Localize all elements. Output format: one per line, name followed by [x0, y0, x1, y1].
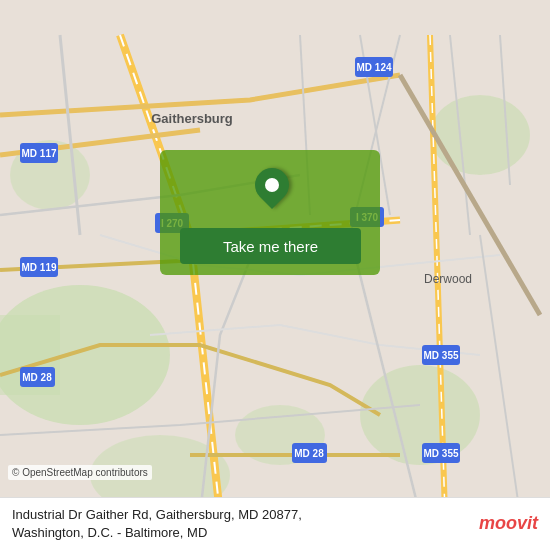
svg-text:MD 117: MD 117: [21, 148, 56, 159]
info-bar: Industrial Dr Gaither Rd, Gaithersburg, …: [0, 497, 550, 550]
svg-text:MD 28: MD 28: [22, 372, 52, 383]
svg-text:Gaithersburg: Gaithersburg: [151, 111, 233, 126]
location-pin: [255, 168, 289, 202]
svg-text:MD 124: MD 124: [356, 62, 391, 73]
attribution-text: © OpenStreetMap contributors: [12, 467, 148, 478]
address-line2: Washington, D.C. - Baltimore, MD: [12, 524, 467, 542]
svg-text:MD 119: MD 119: [21, 262, 56, 273]
moovit-logo-text: moovit: [479, 513, 538, 534]
svg-text:MD 355: MD 355: [423, 448, 458, 459]
osm-attribution: © OpenStreetMap contributors: [8, 465, 152, 480]
moovit-logo: moovit: [479, 513, 538, 534]
address-block: Industrial Dr Gaither Rd, Gaithersburg, …: [12, 506, 467, 542]
take-me-there-button[interactable]: Take me there: [180, 228, 361, 264]
svg-text:MD 28: MD 28: [294, 448, 324, 459]
map-container: MD 124 MD 117 I 270 I 370 MD 119 MD 28 M…: [0, 0, 550, 550]
svg-point-3: [430, 95, 530, 175]
address-line1: Industrial Dr Gaither Rd, Gaithersburg, …: [12, 506, 467, 524]
svg-text:MD 355: MD 355: [423, 350, 458, 361]
svg-text:Derwood: Derwood: [424, 272, 472, 286]
